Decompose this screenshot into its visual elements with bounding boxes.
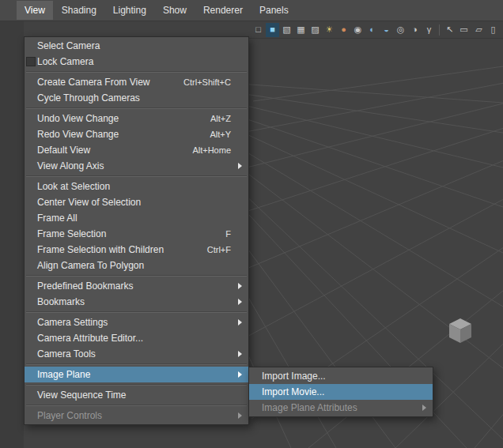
menu-item-camera-settings[interactable]: Camera Settings (25, 314, 248, 330)
menu-item-label: Image Plane (37, 369, 231, 380)
menu-item-frame-selection[interactable]: Frame Selection F (25, 226, 248, 242)
panel-menubar: View Shading Lighting Show Renderer Pane… (0, 0, 503, 21)
menu-item-label: Predefined Bookmarks (37, 280, 231, 292)
smooth-shade-cube-icon[interactable]: ■ (266, 23, 279, 37)
menu-item-label: Redo View Change (37, 129, 199, 140)
film-gate-icon[interactable]: ▱ (472, 23, 486, 37)
menu-item-frame-all[interactable]: Frame All (25, 210, 248, 226)
menu-item-default-view[interactable]: Default View Alt+Home (25, 142, 248, 158)
lock-camera-checkbox[interactable] (26, 57, 36, 66)
menu-item-label: Camera Attribute Editor... (37, 333, 231, 344)
submenu-item-image-plane-attributes: Image Plane Attributes (249, 400, 433, 416)
menu-item-label: Create Camera From View (37, 77, 172, 88)
menu-item-redo-view-change[interactable]: Redo View Change Alt+Y (25, 126, 248, 142)
xray-icon[interactable]: ◎ (394, 23, 407, 37)
menu-item-bookmarks[interactable]: Bookmarks (25, 294, 248, 310)
menu-item-camera-attribute-editor[interactable]: Camera Attribute Editor... (25, 330, 248, 346)
menu-item-shortcut: Ctrl+Shift+C (183, 77, 231, 87)
menu-item-look-at-selection[interactable]: Look at Selection (25, 179, 248, 194)
menu-item-label: Undo View Change (37, 113, 199, 124)
menu-item-label: Look at Selection (37, 181, 231, 192)
menu-item-label: Default View (37, 145, 181, 156)
menu-item-shortcut: Alt+Home (192, 145, 231, 155)
menu-item-frame-selection-with-children[interactable]: Frame Selection with Children Ctrl+F (25, 242, 248, 258)
textured-cube-icon[interactable]: ▧ (280, 23, 293, 37)
submenu-item-import-image[interactable]: Import Image... (249, 368, 433, 384)
menu-item-label: Lock Camera (37, 56, 231, 67)
submenu-item-import-movie[interactable]: Import Movie... (249, 384, 433, 400)
menu-item-undo-view-change[interactable]: Undo View Change Alt+Z (25, 111, 248, 126)
menu-item-label: Frame Selection with Children (37, 244, 196, 255)
menu-item-select-camera[interactable]: Select Camera (25, 38, 248, 54)
menu-item-shortcut: Ctrl+F (207, 245, 231, 254)
menu-item-label: Cycle Through Cameras (37, 92, 231, 104)
view-dropdown-menu: Select Camera Lock Camera Create Camera … (24, 36, 249, 425)
use-default-lighting-icon[interactable]: ☀ (323, 23, 336, 37)
toolbar-divider (439, 24, 440, 36)
menu-show[interactable]: Show (155, 1, 195, 20)
isolate-select-icon[interactable]: ↖ (443, 23, 456, 37)
toolbar-icons-right: ▱ ▯ ▣ (472, 23, 503, 37)
menu-item-view-sequence-time[interactable]: View Sequence Time (25, 387, 248, 403)
menu-item-label: View Along Axis (37, 160, 231, 171)
menu-item-predefined-bookmarks[interactable]: Predefined Bookmarks (25, 278, 248, 294)
wireframe-cube-icon[interactable]: □ (252, 23, 265, 37)
checker-cube-icon[interactable]: ▨ (308, 23, 322, 37)
scene-cube[interactable] (449, 318, 471, 343)
image-plane-submenu: Import Image... Import Movie... Image Pl… (248, 367, 433, 417)
menu-item-lock-camera[interactable]: Lock Camera (25, 54, 248, 70)
menu-item-player-controls: Player Controls (25, 408, 248, 424)
resolution-gate-icon[interactable]: ▯ (486, 23, 500, 37)
field-guides-icon[interactable]: ▭ (457, 23, 471, 37)
menu-item-label: Image Plane Attributes (262, 402, 415, 413)
menu-renderer[interactable]: Renderer (195, 1, 251, 20)
menu-item-label: Import Movie... (262, 386, 415, 397)
menu-item-label: Bookmarks (37, 296, 231, 307)
motion-blur-icon[interactable]: ◐ (365, 23, 379, 37)
menu-item-camera-tools[interactable]: Camera Tools (25, 346, 248, 362)
left-panel-edge (0, 21, 24, 448)
menu-item-label: Import Image... (262, 371, 415, 382)
menu-item-label: View Sequence Time (37, 390, 231, 401)
toolbar-icons: □ ■ ▧ ▦ ▨ ☀ ● ◉ ◐ ◒ ◎ ◑ γ ↖ ▭ ▱ ▯ ▣ (252, 23, 503, 37)
menu-item-label: Center View of Selection (37, 197, 231, 208)
menu-item-shortcut: F (225, 229, 231, 239)
menu-item-label: Select Camera (37, 40, 231, 51)
menu-item-shortcut: Alt+Z (210, 114, 231, 123)
menu-item-shortcut: Alt+Y (210, 130, 231, 139)
menu-item-cycle-through-cameras[interactable]: Cycle Through Cameras (25, 90, 248, 106)
menu-item-label: Camera Tools (37, 348, 231, 360)
menu-item-label: Frame Selection (37, 228, 214, 239)
shadows-icon[interactable]: ● (337, 23, 350, 37)
gamma-icon[interactable]: γ (422, 23, 436, 37)
menu-item-align-camera-to-polygon[interactable]: Align Camera To Polygon (25, 258, 248, 273)
menu-item-center-view-of-selection[interactable]: Center View of Selection (25, 194, 248, 210)
occlusion-icon[interactable]: ◉ (351, 23, 365, 37)
menu-item-label: Align Camera To Polygon (37, 260, 231, 271)
menu-panels[interactable]: Panels (252, 1, 297, 20)
menu-view[interactable]: View (17, 1, 53, 20)
menu-item-image-plane[interactable]: Image Plane (25, 367, 248, 382)
menu-item-create-camera-from-view[interactable]: Create Camera From View Ctrl+Shift+C (25, 74, 248, 90)
menu-item-label: Frame All (37, 213, 231, 224)
menu-item-label: Player Controls (37, 410, 231, 421)
menu-item-label: Camera Settings (37, 317, 231, 328)
menu-shading[interactable]: Shading (54, 1, 104, 20)
menu-lighting[interactable]: Lighting (105, 1, 154, 20)
exposure-icon[interactable]: ◑ (408, 23, 422, 37)
menu-item-view-along-axis[interactable]: View Along Axis (25, 158, 248, 174)
materials-cube-icon[interactable]: ▦ (294, 23, 308, 37)
multisample-icon[interactable]: ◒ (380, 23, 393, 37)
